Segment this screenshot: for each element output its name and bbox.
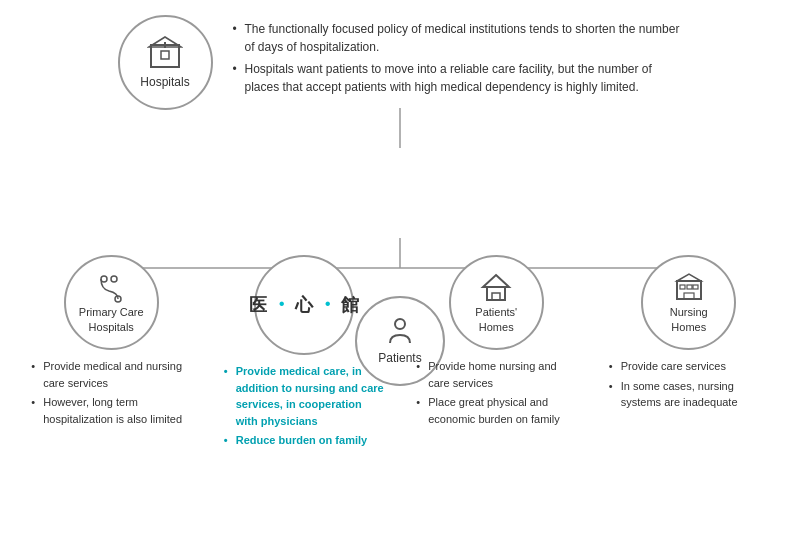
stethoscope-icon [94,271,128,305]
svg-point-14 [111,276,117,282]
patients-homes-item: Patients'Homes Provide home nursing and … [411,255,581,430]
bottom-section: Primary CareHospitals Provide medical an… [0,255,800,452]
patients-homes-bullet-2: Place great physical and economic burden… [416,394,576,427]
patients-homes-label: Patients'Homes [473,305,519,334]
nursing-homes-item: NursingHomes Provide care services In so… [604,255,774,414]
svg-marker-20 [677,274,701,281]
primary-care-circle: Primary CareHospitals [64,255,159,350]
svg-rect-21 [680,285,685,289]
icare-logo: 医・心・館 [249,290,359,320]
svg-rect-22 [687,285,692,289]
icare-circle: 医・心・館 [254,255,354,355]
svg-rect-23 [693,285,698,289]
primary-care-label: Primary CareHospitals [77,305,146,334]
nursing-homes-label: NursingHomes [668,305,710,334]
hospital-bullet-2: Hospitals want patients to move into a r… [233,60,683,96]
patients-homes-text: Provide home nursing and care services P… [416,358,576,430]
nursing-homes-circle: NursingHomes [641,255,736,350]
icare-bullet-1: Provide medical care, in addition to nur… [224,363,384,429]
primary-care-item: Primary CareHospitals Provide medical an… [26,255,196,430]
nursing-homes-text: Provide care services In some cases, nur… [609,358,769,414]
nursing-home-icon [672,271,706,305]
icare-text: Provide medical care, in addition to nur… [224,363,384,452]
svg-point-13 [101,276,107,282]
hospital-bullet-1: The functionally focused policy of medic… [233,20,683,56]
primary-care-bullet-2: However, long term hospitalization is al… [31,394,191,427]
icare-bullet-2: Reduce burden on family [224,432,384,449]
top-section: Hospitals The functionally focused polic… [0,0,800,110]
svg-marker-16 [483,275,509,287]
svg-rect-7 [151,45,179,67]
hospital-circle: Hospitals [118,15,213,110]
svg-rect-18 [492,293,500,300]
patients-homes-circle: Patients'Homes [449,255,544,350]
primary-care-text: Provide medical and nursing care service… [31,358,191,430]
hospital-label: Hospitals [140,75,189,91]
nursing-homes-bullet-2: In some cases, nursing systems are inade… [609,378,769,411]
nursing-homes-bullet-1: Provide care services [609,358,769,375]
hospital-icon [147,35,183,71]
primary-care-bullet-1: Provide medical and nursing care service… [31,358,191,391]
patients-homes-bullet-1: Provide home nursing and care services [416,358,576,391]
hospital-info: The functionally focused policy of medic… [233,10,683,100]
svg-rect-19 [677,281,701,299]
icare-item: 医・心・館 Provide medical care, in addition … [219,255,389,452]
svg-rect-8 [161,51,169,59]
diagram-container: Hospitals The functionally focused polic… [0,0,800,541]
home-icon [479,271,513,305]
